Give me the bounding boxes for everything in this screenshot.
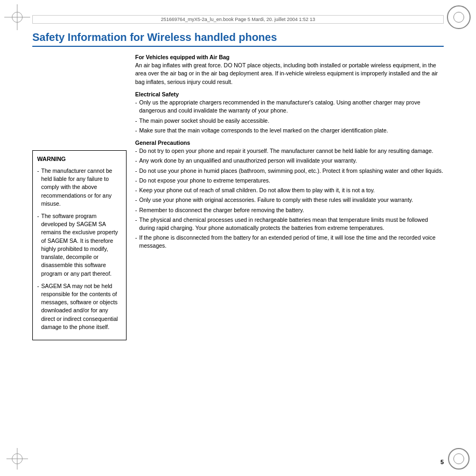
corner-tr [446, 4, 472, 30]
warning-dash-2: - [37, 212, 39, 278]
page: 251669764_myX5-2a_lu_en.book Page 5 Mard… [0, 0, 476, 476]
warning-dash-1: - [37, 167, 39, 208]
electrical-item-3: - Make sure that the main voltage corres… [135, 127, 444, 135]
main-content: Safety Information for Wireless handled … [32, 31, 444, 445]
general-item-4: - Do not expose your phone to extreme te… [135, 177, 444, 185]
general-text-8: The physical and chemical processes used… [139, 216, 444, 232]
filename-text: 251669764_myX5-2a_lu_en.book Page 5 Mard… [161, 17, 316, 22]
corner-tl [4, 4, 30, 30]
general-text-9: If the phone is disconnected from the ba… [139, 234, 444, 250]
two-col-layout: WARNING - The manufacturer cannot be hel… [32, 53, 444, 340]
general-text-7: Remember to disconnect the charger befor… [139, 206, 304, 214]
general-item-5: - Keep your phone out of reach of small … [135, 186, 444, 194]
header-bar: 251669764_myX5-2a_lu_en.book Page 5 Mard… [32, 15, 444, 24]
general-text-1: Do not try to open your phone and repair… [139, 147, 433, 155]
page-number: 5 [440, 459, 444, 465]
electrical-item-2: - The main power socket should be easily… [135, 117, 444, 125]
electrical-text-2: The main power socket should be easily a… [139, 117, 270, 125]
general-item-9: - If the phone is disconnected from the … [135, 234, 444, 250]
general-item-6: - Only use your phone with original acce… [135, 196, 444, 204]
general-item-2: - Any work done by an unqualified and un… [135, 157, 444, 165]
general-list: - Do not try to open your phone and repa… [135, 147, 444, 250]
page-title: Safety Information for Wireless handled … [32, 31, 444, 47]
warning-text-2: The software program developed by SAGEM … [41, 212, 122, 278]
right-column: For Vehicles equipped with Air Bag An ai… [135, 53, 444, 340]
general-text-5: Keep your phone out of reach of small ch… [139, 186, 375, 194]
warning-text-3: SAGEM SA may not be held responsible for… [41, 282, 122, 331]
warning-item-1: - The manufacturer cannot be held liable… [37, 167, 122, 208]
airbag-title: For Vehicles equipped with Air Bag [135, 53, 444, 61]
electrical-text-1: Only us the appropriate chargers recomme… [139, 99, 444, 115]
general-item-8: - The physical and chemical processes us… [135, 216, 444, 232]
electrical-section: Electrical Safety - Only us the appropri… [135, 90, 444, 135]
warning-item-2: - The software program developed by SAGE… [37, 212, 122, 278]
general-text-6: Only use your phone with original access… [139, 196, 414, 204]
airbag-text: An air bag inflates with great force. DO… [135, 61, 444, 86]
warning-dash-3: - [37, 282, 39, 331]
electrical-title: Electrical Safety [135, 90, 444, 99]
corner-bl [4, 446, 30, 472]
left-column: WARNING - The manufacturer cannot be hel… [32, 150, 127, 340]
general-text-4: Do not expose your phone to extreme temp… [139, 177, 270, 185]
warning-text-1: The manufacturer cannot be held liable f… [41, 167, 122, 208]
warning-title: WARNING [37, 155, 122, 164]
corner-br [446, 446, 472, 472]
electrical-text-3: Make sure that the main voltage correspo… [139, 127, 388, 135]
general-section: General Precautions - Do not try to open… [135, 139, 444, 250]
general-text-2: Any work done by an unqualified and unau… [139, 157, 357, 165]
general-item-7: - Remember to disconnect the charger bef… [135, 206, 444, 214]
general-title: General Precautions [135, 139, 444, 147]
general-item-1: - Do not try to open your phone and repa… [135, 147, 444, 155]
general-text-3: Do not use your phone in humid places (b… [139, 167, 443, 175]
general-item-3: - Do not use your phone in humid places … [135, 167, 444, 175]
warning-item-3: - SAGEM SA may not be held responsible f… [37, 282, 122, 331]
warning-box: WARNING - The manufacturer cannot be hel… [32, 150, 127, 340]
electrical-list: - Only us the appropriate chargers recom… [135, 99, 444, 135]
airbag-section: For Vehicles equipped with Air Bag An ai… [135, 53, 444, 86]
electrical-item-1: - Only us the appropriate chargers recom… [135, 99, 444, 115]
